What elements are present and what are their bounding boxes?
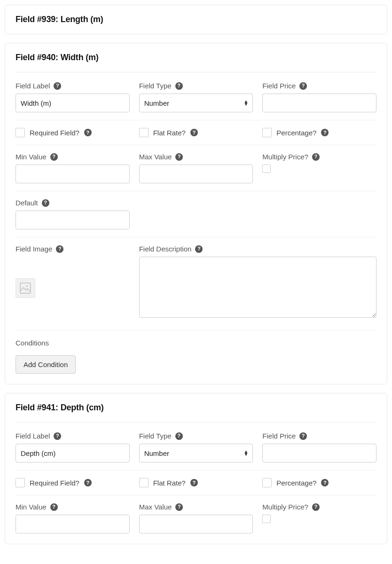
help-icon[interactable]: ? (84, 479, 92, 486)
min-value-label: Min Value ? (16, 503, 130, 511)
label-text: Max Value (139, 503, 172, 511)
field-price-input[interactable] (262, 444, 376, 462)
help-icon[interactable]: ? (50, 153, 58, 161)
help-icon[interactable]: ? (190, 129, 198, 136)
label-text: Field Type (139, 432, 172, 440)
multiply-price-label: Multiply Price? ? (262, 153, 376, 161)
svg-point-1 (26, 285, 28, 287)
label-text: Field Label (16, 432, 50, 440)
required-checkbox[interactable] (16, 478, 25, 487)
required-checkbox[interactable] (16, 128, 25, 137)
field-panel-941: Field #941: Depth (cm) Field Label ? Fie… (5, 393, 387, 544)
field-image-label: Field Image ? (16, 245, 130, 253)
field-price-label: Field Price ? (262, 432, 376, 440)
default-input[interactable] (16, 211, 130, 229)
conditions-label: Conditions (16, 339, 376, 347)
label-text: Field Image (16, 245, 52, 253)
help-icon[interactable]: ? (321, 479, 329, 486)
label-text: Field Price (262, 82, 296, 90)
default-label: Default ? (16, 199, 130, 207)
help-icon[interactable]: ? (312, 153, 320, 161)
help-icon[interactable]: ? (299, 432, 307, 440)
help-icon[interactable]: ? (56, 245, 63, 253)
panel-header[interactable]: Field #941: Depth (cm) (5, 393, 387, 422)
field-label-input[interactable] (16, 94, 130, 112)
field-description-textarea[interactable] (139, 257, 376, 318)
help-icon[interactable]: ? (312, 503, 320, 511)
flat-rate-checkbox[interactable] (139, 128, 149, 137)
label-text: Field Label (16, 82, 50, 90)
svg-rect-0 (20, 283, 31, 293)
divider (16, 72, 376, 72)
percentage-label: Percentage? (276, 479, 316, 487)
help-icon[interactable]: ? (175, 82, 183, 90)
panel-header[interactable]: Field #939: Length (m) (5, 5, 387, 34)
help-icon[interactable]: ? (321, 129, 329, 136)
label-text: Field Type (139, 82, 172, 90)
min-value-input[interactable] (16, 515, 130, 533)
label-text: Max Value (139, 153, 172, 161)
label-text: Min Value (16, 153, 47, 161)
field-label-label: Field Label ? (16, 432, 130, 440)
multiply-price-label: Multiply Price? ? (262, 503, 376, 511)
help-icon[interactable]: ? (84, 129, 92, 136)
field-panel-940: Field #940: Width (m) Field Label ? Fiel… (5, 43, 387, 384)
panel-header[interactable]: Field #940: Width (m) (5, 43, 387, 72)
add-condition-button[interactable]: Add Condition (16, 355, 76, 374)
label-text: Min Value (16, 503, 47, 511)
divider (16, 422, 376, 423)
field-type-select[interactable]: Number (139, 94, 253, 112)
max-value-input[interactable] (139, 164, 253, 183)
max-value-input[interactable] (139, 515, 253, 533)
label-text: Multiply Price? (262, 153, 308, 161)
help-icon[interactable]: ? (42, 199, 49, 207)
required-label: Required Field? (30, 129, 79, 137)
label-text: Field Description (139, 245, 192, 253)
help-icon[interactable]: ? (175, 503, 183, 511)
label-text: Default (16, 199, 38, 207)
flat-rate-label: Flat Rate? (153, 129, 186, 137)
field-label-label: Field Label ? (16, 82, 130, 90)
help-icon[interactable]: ? (175, 432, 183, 440)
percentage-checkbox[interactable] (262, 478, 272, 487)
percentage-checkbox[interactable] (262, 128, 272, 137)
field-price-label: Field Price ? (262, 82, 376, 90)
max-value-label: Max Value ? (139, 153, 253, 161)
image-placeholder-icon[interactable] (16, 278, 35, 298)
min-value-label: Min Value ? (16, 153, 130, 161)
help-icon[interactable]: ? (54, 82, 61, 90)
field-price-input[interactable] (262, 94, 376, 112)
label-text: Multiply Price? (262, 503, 308, 511)
min-value-input[interactable] (16, 164, 130, 183)
help-icon[interactable]: ? (195, 245, 203, 253)
help-icon[interactable]: ? (50, 503, 58, 511)
help-icon[interactable]: ? (190, 479, 198, 486)
multiply-price-checkbox[interactable] (262, 515, 271, 523)
field-type-select[interactable]: Number (139, 444, 253, 462)
flat-rate-label: Flat Rate? (153, 479, 186, 487)
help-icon[interactable]: ? (54, 432, 61, 440)
max-value-label: Max Value ? (139, 503, 253, 511)
field-panel-939[interactable]: Field #939: Length (m) (5, 5, 387, 34)
help-icon[interactable]: ? (175, 153, 183, 161)
field-label-input[interactable] (16, 444, 130, 462)
percentage-label: Percentage? (276, 129, 316, 137)
field-type-label: Field Type ? (139, 82, 253, 90)
flat-rate-checkbox[interactable] (139, 478, 149, 487)
label-text: Field Price (262, 432, 296, 440)
multiply-price-checkbox[interactable] (262, 164, 271, 173)
field-type-label: Field Type ? (139, 432, 253, 440)
required-label: Required Field? (30, 479, 79, 487)
field-description-label: Field Description ? (139, 245, 376, 253)
help-icon[interactable]: ? (299, 82, 307, 90)
